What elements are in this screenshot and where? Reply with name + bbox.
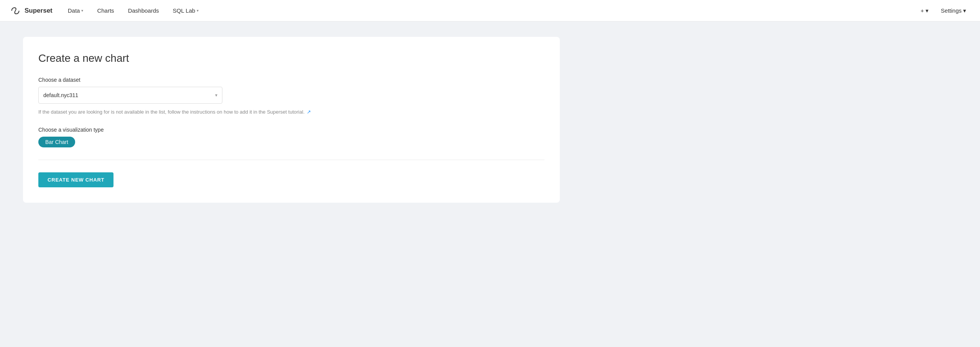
- nav-item-charts[interactable]: Charts: [91, 4, 120, 17]
- logo[interactable]: Superset: [9, 5, 53, 17]
- add-chevron-icon: ▾: [926, 7, 929, 14]
- dataset-chevron-icon: ▾: [215, 93, 217, 98]
- settings-button[interactable]: Settings ▾: [936, 5, 971, 17]
- divider: [38, 160, 544, 160]
- page-title: Create a new chart: [38, 52, 544, 64]
- tutorial-link[interactable]: ↗: [307, 108, 311, 116]
- main-content: Create a new chart Choose a dataset defa…: [0, 21, 980, 218]
- nav-items: Data ▾ Charts Dashboards SQL Lab ▾: [62, 4, 916, 17]
- dataset-select[interactable]: default.nyc311 ▾: [38, 87, 222, 104]
- add-button[interactable]: + ▾: [916, 5, 933, 17]
- data-chevron-icon: ▾: [81, 8, 83, 13]
- sqllab-chevron-icon: ▾: [197, 8, 199, 13]
- nav-item-data[interactable]: Data ▾: [62, 4, 90, 17]
- help-text: If the dataset you are looking for is no…: [38, 108, 544, 116]
- nav-right: + ▾ Settings ▾: [916, 5, 971, 17]
- nav-item-sqllab[interactable]: SQL Lab ▾: [167, 4, 205, 17]
- viz-type-label: Choose a visualization type: [38, 127, 544, 133]
- create-chart-card: Create a new chart Choose a dataset defa…: [23, 37, 560, 203]
- dataset-section: Choose a dataset default.nyc311 ▾ If the…: [38, 77, 544, 116]
- nav-item-dashboards[interactable]: Dashboards: [122, 4, 165, 17]
- logo-icon: [9, 5, 21, 17]
- settings-chevron-icon: ▾: [963, 7, 966, 14]
- logo-text: Superset: [25, 7, 53, 15]
- viz-type-badge[interactable]: Bar Chart: [38, 137, 75, 147]
- dataset-value: default.nyc311: [43, 92, 78, 98]
- viz-type-section: Choose a visualization type Bar Chart: [38, 127, 544, 147]
- create-new-chart-button[interactable]: CREATE NEW CHART: [38, 172, 113, 187]
- navbar: Superset Data ▾ Charts Dashboards SQL La…: [0, 0, 980, 21]
- dataset-label: Choose a dataset: [38, 77, 544, 83]
